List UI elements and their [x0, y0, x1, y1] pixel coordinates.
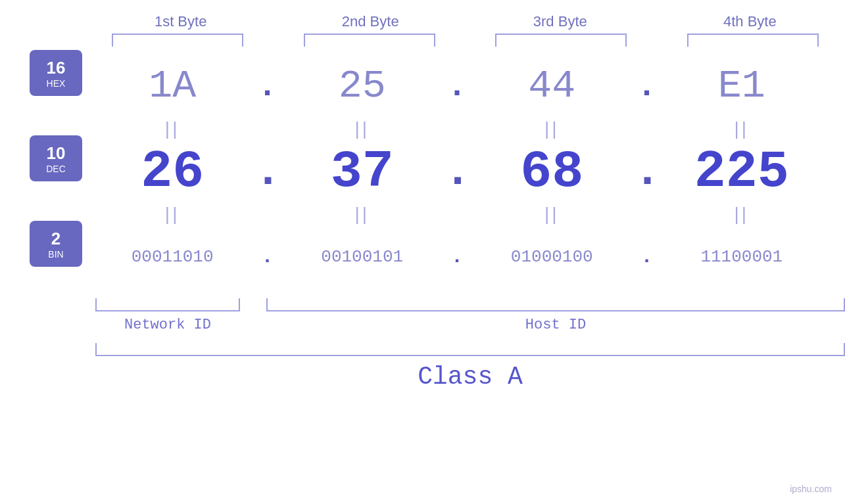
hex-b4-value: E1 [718, 64, 765, 108]
dot1-hex: . [254, 68, 280, 105]
eq7: || [479, 204, 624, 225]
dec-b3-cell: 68 [479, 142, 624, 202]
hex-b2-cell: 25 [290, 64, 435, 108]
hex-b3-cell: 44 [479, 64, 624, 108]
dec-b1-cell: 26 [100, 142, 245, 202]
dot1-bin: . [254, 246, 280, 268]
bin-number: 2 [51, 229, 60, 249]
eq8: || [669, 204, 814, 225]
equals-row-2: || || || || [95, 201, 819, 227]
bin-row: 00011010 . 00100101 . 01000100 . 1110000… [95, 227, 819, 286]
watermark: ipshu.com [790, 484, 832, 494]
eq1: || [100, 118, 245, 139]
dec-name: DEC [46, 164, 66, 174]
eq3: || [479, 118, 624, 139]
dec-number: 10 [47, 143, 66, 164]
bin-b1-value: 00011010 [132, 247, 214, 267]
eq5: || [100, 204, 245, 225]
hex-b2-value: 25 [339, 64, 386, 108]
bin-b4-value: 11100001 [700, 247, 783, 267]
dot3-dec: . [634, 146, 660, 198]
bracket-byte2 [304, 34, 435, 47]
top-brackets [104, 34, 827, 47]
equals-row-1: || || || || [95, 116, 819, 142]
dec-b2-value: 37 [331, 142, 394, 202]
host-id-bracket [266, 298, 845, 311]
bin-b2-cell: 00100101 [290, 247, 435, 267]
dec-b3-value: 68 [520, 142, 583, 202]
class-label: Class A [418, 363, 523, 391]
hex-b4-cell: E1 [669, 64, 814, 108]
id-labels-row: Network ID Host ID [95, 317, 845, 333]
byte1-label: 1st Byte [109, 13, 253, 30]
eq6: || [290, 204, 435, 225]
hex-badge: 16 HEX [30, 50, 82, 96]
bin-b3-value: 01000100 [511, 247, 593, 267]
host-id-label: Host ID [266, 317, 845, 333]
bottom-brackets-row [95, 292, 845, 311]
dot3-hex: . [634, 68, 660, 105]
dec-badge: 10 DEC [30, 135, 82, 181]
bracket-byte1 [112, 34, 243, 47]
class-label-row: Class A [95, 363, 845, 391]
dec-b4-value: 225 [694, 142, 789, 202]
byte4-label: 4th Byte [677, 13, 822, 30]
dec-b2-cell: 37 [290, 142, 435, 202]
hex-row: 1A . 25 . 44 . E1 [95, 57, 819, 116]
base-labels-column: 16 HEX 10 DEC 2 BIN [30, 50, 82, 391]
bin-b3-cell: 01000100 [479, 247, 624, 267]
hex-b1-cell: 1A [100, 64, 245, 108]
dot2-bin: . [444, 246, 470, 268]
dec-b1-value: 26 [141, 142, 204, 202]
dot1-dec: . [254, 146, 280, 198]
class-bracket [95, 343, 845, 356]
dec-b4-cell: 225 [669, 142, 814, 202]
dec-row: 26 . 37 . 68 . 225 [95, 142, 819, 201]
network-id-bracket [95, 298, 240, 311]
hex-number: 16 [47, 58, 66, 78]
hex-b1-value: 1A [149, 64, 196, 108]
hex-name: HEX [47, 78, 66, 89]
bracket-byte4 [687, 34, 819, 47]
eq2: || [290, 118, 435, 139]
eq4: || [669, 118, 814, 139]
bracket-byte3 [495, 34, 627, 47]
bin-b2-value: 00100101 [321, 247, 403, 267]
byte3-label: 3rd Byte [488, 13, 633, 30]
dot2-hex: . [444, 68, 470, 105]
byte-labels-row: 1st Byte 2nd Byte 3rd Byte 4th Byte [104, 13, 827, 30]
bin-badge: 2 BIN [30, 221, 82, 267]
bin-b4-cell: 11100001 [669, 247, 814, 267]
dot2-dec: . [444, 146, 470, 198]
byte2-label: 2nd Byte [298, 13, 443, 30]
hex-b3-value: 44 [528, 64, 575, 108]
main-container: 1st Byte 2nd Byte 3rd Byte 4th Byte 16 H… [0, 0, 845, 504]
bin-b1-cell: 00011010 [100, 247, 245, 267]
bin-name: BIN [48, 249, 63, 260]
dot3-bin: . [634, 246, 660, 268]
network-id-label: Network ID [95, 317, 240, 333]
